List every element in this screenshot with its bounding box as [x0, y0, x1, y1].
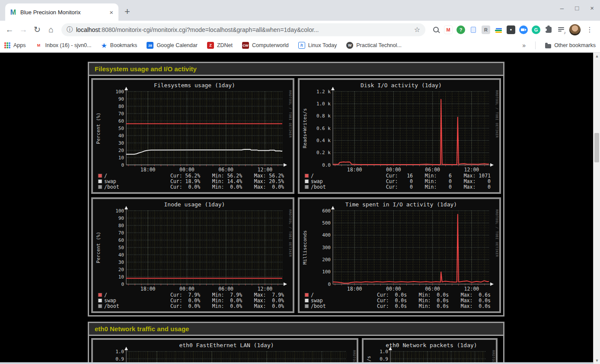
monitor-extension-icon[interactable]: ● — [507, 25, 515, 34]
extensions-puzzle-button[interactable] — [544, 25, 553, 34]
svg-text:1.0 k: 1.0 k — [316, 101, 331, 107]
svg-text:20: 20 — [118, 148, 124, 153]
address-bar[interactable]: ⓘ localhost:8080/monitorix-cgi/monitorix… — [61, 23, 425, 36]
bookmark-google-calendar[interactable]: 28 Google Calendar — [147, 42, 198, 49]
bookmark-apps[interactable]: Apps — [4, 42, 26, 48]
window-maximize-button[interactable]: □ — [575, 4, 579, 12]
bookmarks-overflow-icon[interactable]: » — [522, 42, 526, 49]
svg-text:70: 70 — [118, 230, 124, 236]
tab-strip: M Blue Precision Monitorix × + – □ × — [0, 0, 600, 21]
scrollbar-down-arrow[interactable]: ▼ — [594, 357, 600, 364]
svg-text:Cur: 56.2% Min: 56.2% Ma: Cur: 56.2% Min: 56.2% Max: 56.2% — [170, 173, 284, 179]
svg-text:600: 600 — [322, 208, 331, 214]
apps-grid-icon — [4, 42, 10, 48]
chat-extension-icon[interactable]: ? — [456, 25, 465, 34]
svg-text:Cur: 18.9% Min: 14.4% Ma: Cur: 18.9% Min: 14.4% Max: 20.5% — [170, 178, 284, 184]
eth0-packets-graph[interactable]: 1.00.90.80.70.60.50.40.30.20.10.018:0000… — [364, 340, 496, 364]
svg-text:swap: swap — [311, 298, 323, 304]
profile-avatar[interactable] — [569, 24, 581, 35]
time-spent-io-graph[interactable]: 600500400300200100018:0000:0006:0012:00T… — [300, 199, 499, 311]
graph-panel-eth0-packets[interactable]: 1.00.90.80.70.60.50.40.30.20.10.018:0000… — [362, 338, 498, 364]
graph-panel-disk-io[interactable]: 1.2 k1.0 k0.8 k0.6 k0.4 k0.2 k0.018:0000… — [298, 78, 501, 194]
bookmark-practical-technology[interactable]: W Practical Technol... — [346, 42, 402, 49]
svg-text:/boot: /boot — [311, 303, 326, 309]
bookmark-linux-today[interactable]: /t Linux Today — [298, 42, 337, 49]
graph-panel-filesystems-usage[interactable]: 100908070605040302010018:0000:0006:0012:… — [91, 78, 294, 194]
svg-text:10: 10 — [118, 155, 124, 161]
media-controls-button[interactable] — [557, 25, 565, 34]
graph-panel-eth0-lan[interactable]: 1.00.90.80.70.60.50.40.30.20.10.018:0000… — [91, 338, 358, 364]
book-stack-icon — [495, 27, 502, 33]
other-bookmarks-button[interactable]: Other bookmarks — [545, 42, 596, 48]
svg-text:0.9: 0.9 — [380, 356, 388, 362]
svg-text:06:00: 06:00 — [425, 286, 440, 292]
zoom-extension-icon[interactable] — [519, 25, 528, 34]
svg-text:50: 50 — [118, 126, 124, 131]
page-info-icon[interactable]: ⓘ — [67, 26, 73, 34]
window-minimize-button[interactable]: – — [560, 4, 564, 12]
bookmark-computerworld[interactable]: CW Computerworld — [242, 42, 289, 49]
new-tab-button[interactable]: + — [124, 6, 130, 17]
search-extension-icon[interactable] — [431, 25, 440, 34]
svg-text:Inode usage (1day): Inode usage (1day) — [164, 201, 225, 208]
copy-extension-icon[interactable] — [469, 25, 478, 34]
graph-panel-inode-usage[interactable]: 100908070605040302010018:0000:0006:0012:… — [91, 197, 294, 313]
svg-text:Time spent in I/O activity (1: Time spent in I/O activity (1day) — [345, 201, 457, 208]
eth0-lan-graph[interactable]: 1.00.90.80.70.60.50.40.30.20.10.018:0000… — [93, 340, 357, 364]
window-close-button[interactable]: × — [590, 4, 594, 12]
svg-text:/: / — [104, 173, 107, 179]
svg-text:40: 40 — [118, 252, 124, 258]
svg-text:0.9: 0.9 — [115, 356, 124, 362]
vertical-scrollbar[interactable]: ▲ ▼ — [593, 53, 600, 364]
grammarly-extension-icon[interactable]: G — [532, 25, 540, 34]
tab-close-icon[interactable]: × — [109, 9, 114, 16]
svg-text:1.0: 1.0 — [115, 349, 124, 355]
disk-io-graph[interactable]: 1.2 k1.0 k0.8 k0.6 k0.4 k0.2 k0.018:0000… — [300, 80, 499, 192]
url-text[interactable]: localhost:8080/monitorix-cgi/monitorix.c… — [76, 26, 411, 33]
inode-usage-graph[interactable]: 100908070605040302010018:0000:0006:0012:… — [93, 199, 293, 311]
r-extension-icon[interactable]: R — [482, 25, 490, 34]
puzzle-piece-icon — [546, 27, 552, 33]
svg-text:06:00: 06:00 — [218, 167, 233, 173]
svg-text:/boot: /boot — [311, 184, 326, 190]
monitorix-favicon: M — [10, 9, 17, 16]
magnifier-icon — [433, 27, 439, 32]
svg-text:12:00: 12:00 — [464, 167, 479, 173]
section-eth0-network: eth0 Network traffic and usage 1.00.90.8… — [88, 322, 504, 364]
browser-tab[interactable]: M Blue Precision Monitorix × — [5, 3, 118, 21]
svg-text:RRDTOOL / TOBI OETIKER: RRDTOOL / TOBI OETIKER — [495, 90, 499, 138]
graph-panel-time-spent-io[interactable]: 600500400300200100018:0000:0006:0012:00T… — [298, 197, 501, 313]
svg-text:eth0 Network packets (1day): eth0 Network packets (1day) — [386, 342, 477, 348]
svg-text:eth0 FastEthernet LAN (1day): eth0 FastEthernet LAN (1day) — [179, 342, 274, 348]
svg-text:swap: swap — [104, 298, 116, 304]
bookmarks-divider — [535, 41, 536, 49]
home-icon[interactable]: ⌂ — [45, 25, 57, 35]
svg-text:RRDTOOL / TOBI OETIKER: RRDTOOL / TOBI OETIKER — [495, 209, 499, 257]
filesystems-usage-graph[interactable]: 100908070605040302010018:0000:0006:0012:… — [93, 80, 293, 192]
svg-text:Cur: 16 Min: 6 Max:: Cur: 16 Min: 6 Max: 1071 — [386, 173, 491, 179]
svg-text:30: 30 — [118, 140, 124, 146]
scrollbar-thumb[interactable] — [594, 133, 599, 162]
svg-text:18:00: 18:00 — [140, 167, 156, 173]
svg-text:400: 400 — [322, 232, 331, 238]
bookmark-star-icon[interactable]: ☆ — [414, 25, 420, 34]
scrollbar-up-arrow[interactable]: ▲ — [594, 53, 600, 60]
bookmark-zdnet[interactable]: Z ZDNet — [207, 42, 233, 49]
copy-pages-icon — [471, 27, 476, 33]
gmail-extension-icon[interactable]: M — [444, 25, 453, 34]
browser-menu-icon[interactable]: ⋮ — [584, 25, 595, 34]
svg-text:0: 0 — [121, 282, 124, 287]
bookmark-bookmarks[interactable]: ★ Bookmarks — [101, 41, 137, 50]
bookmark-inbox[interactable]: M Inbox (16) - sjvn0... — [35, 42, 92, 49]
svg-text:/: / — [104, 292, 107, 298]
books-extension-icon[interactable] — [494, 25, 503, 34]
back-icon[interactable]: ← — [3, 25, 16, 35]
svg-text:Cur: 0 Min: 0 Max:: Cur: 0 Min: 0 Max: 0 — [386, 184, 491, 190]
svg-text:Reads+Writes/s: Reads+Writes/s — [302, 108, 308, 149]
svg-text:12:00: 12:00 — [258, 286, 273, 292]
gmail-icon: M — [35, 42, 42, 49]
svg-text:12:00: 12:00 — [464, 286, 479, 292]
svg-text:Cur: 0.0s Min: 0.0s Ma: Cur: 0.0s Min: 0.0s Max: 0.0s — [377, 298, 491, 304]
svg-text:/boot: /boot — [104, 303, 119, 309]
reload-icon[interactable]: ↻ — [31, 25, 43, 35]
